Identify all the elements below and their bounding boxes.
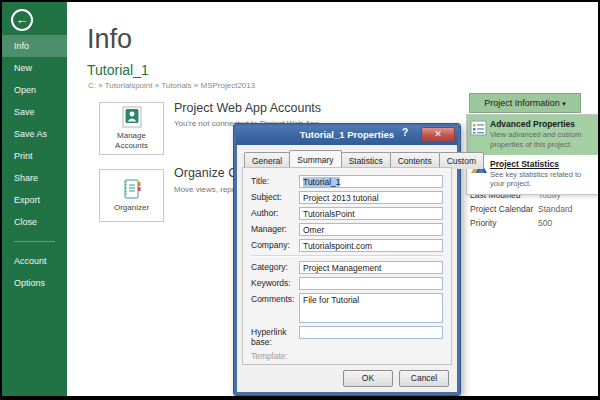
hyperlink-base-field[interactable] bbox=[299, 326, 443, 339]
project-information-label: Project Information bbox=[484, 98, 560, 108]
dialog-buttons: OK Cancel bbox=[343, 370, 449, 387]
subject-label: Subject: bbox=[251, 191, 299, 203]
close-icon[interactable]: ✕ bbox=[421, 127, 455, 142]
author-field[interactable]: TutorialsPoint bbox=[299, 207, 443, 220]
keywords-field[interactable] bbox=[299, 277, 443, 290]
cancel-button[interactable]: Cancel bbox=[399, 370, 449, 387]
keywords-label: Keywords: bbox=[251, 277, 299, 289]
sidebar-item-export[interactable]: Export bbox=[2, 189, 67, 211]
manager-field[interactable]: Omer bbox=[299, 223, 443, 236]
organizer-button[interactable]: Organizer bbox=[99, 169, 164, 222]
sidebar-item-account[interactable]: Account bbox=[2, 250, 67, 272]
manage-accounts-label: Manage Accounts bbox=[100, 131, 163, 151]
stat-priority: Priority 500 bbox=[470, 218, 598, 228]
advanced-properties-title: Advanced Properties bbox=[490, 119, 596, 129]
project-information-button[interactable]: Project Information ▾ bbox=[469, 93, 581, 113]
template-label: Template: bbox=[251, 351, 443, 361]
field-separator bbox=[251, 255, 443, 257]
chevron-down-icon: ▾ bbox=[562, 100, 566, 107]
sidebar-item-share[interactable]: Share bbox=[2, 167, 67, 189]
sidebar-menu: Info New Open Save Save As Print Share E… bbox=[2, 35, 67, 294]
project-statistics-desc: See key statistics related to your proje… bbox=[490, 170, 596, 190]
sidebar-item-new[interactable]: New bbox=[2, 57, 67, 79]
page-title: Info bbox=[87, 24, 132, 55]
project-stats: Last Modified Today Project Calendar Sta… bbox=[470, 190, 598, 232]
title-field[interactable]: Tutorial_1 bbox=[299, 175, 443, 188]
properties-dialog: Tutorial_1 Properties ? ✕ General Summar… bbox=[234, 124, 460, 395]
organizer-notebook-icon bbox=[121, 178, 143, 200]
company-label: Company: bbox=[251, 239, 299, 251]
dialog-titlebar[interactable]: Tutorial_1 Properties ? ✕ bbox=[236, 126, 458, 145]
advanced-properties-desc: View advanced and custom properties of t… bbox=[490, 130, 596, 150]
menu-item-project-statistics[interactable]: Project Statistics See key statistics re… bbox=[467, 155, 599, 195]
company-field[interactable]: Tutorialspoint.com bbox=[299, 239, 443, 252]
project-statistics-title: Project Statistics bbox=[490, 159, 596, 169]
sidebar-item-close[interactable]: Close bbox=[2, 211, 67, 233]
stat-project-calendar: Project Calendar Standard bbox=[470, 204, 598, 214]
manager-label: Manager: bbox=[251, 223, 299, 235]
stat-value: Standard bbox=[538, 204, 573, 214]
organizer-label: Organizer bbox=[114, 203, 149, 213]
hyperlink-base-label: Hyperlink base: bbox=[251, 326, 299, 348]
comments-field[interactable]: File for Tutorial bbox=[299, 293, 443, 323]
project-information-menu: Advanced Properties View advanced and cu… bbox=[466, 114, 600, 195]
sidebar-item-open[interactable]: Open bbox=[2, 79, 67, 101]
stat-label: Priority bbox=[470, 218, 538, 228]
comments-label: Comments: bbox=[251, 293, 299, 305]
subject-field[interactable]: Project 2013 tutorial bbox=[299, 191, 443, 204]
sidebar-item-options[interactable]: Options bbox=[2, 272, 67, 294]
category-field[interactable]: Project Management bbox=[299, 261, 443, 274]
sidebar-item-info[interactable]: Info bbox=[2, 35, 67, 57]
sidebar-item-print[interactable]: Print bbox=[2, 145, 67, 167]
project-name: Tutorial_1 bbox=[87, 62, 149, 78]
tab-summary[interactable]: Summary bbox=[289, 150, 341, 167]
sidebar-item-save-as[interactable]: Save As bbox=[2, 123, 67, 145]
title-label: Title: bbox=[251, 175, 299, 187]
summary-tab-page: Title: Tutorial_1 Subject: Project 2013 … bbox=[242, 167, 452, 365]
project-path: C: » Tutorialspoint » Tutorials » MSProj… bbox=[88, 81, 255, 90]
sidebar-divider bbox=[14, 241, 55, 242]
author-label: Author: bbox=[251, 207, 299, 219]
sidebar-item-save[interactable]: Save bbox=[2, 101, 67, 123]
menu-item-advanced-properties[interactable]: Advanced Properties View advanced and cu… bbox=[467, 115, 599, 155]
pwa-accounts-heading: Project Web App Accounts bbox=[174, 101, 321, 115]
category-label: Category: bbox=[251, 261, 299, 273]
advanced-properties-icon bbox=[470, 119, 490, 150]
stat-label: Project Calendar bbox=[470, 204, 538, 214]
ok-button[interactable]: OK bbox=[343, 370, 393, 387]
manage-accounts-button[interactable]: Manage Accounts bbox=[99, 102, 164, 155]
user-card-icon bbox=[122, 106, 142, 128]
help-icon[interactable]: ? bbox=[396, 127, 414, 142]
back-button[interactable]: ← bbox=[11, 9, 33, 31]
stat-value: 500 bbox=[538, 218, 552, 228]
app-window: ← Info New Open Save Save As Print Share… bbox=[0, 0, 600, 400]
backstage-sidebar: ← Info New Open Save Save As Print Share… bbox=[2, 2, 67, 396]
selected-text: Tutorial_1 bbox=[303, 177, 340, 187]
